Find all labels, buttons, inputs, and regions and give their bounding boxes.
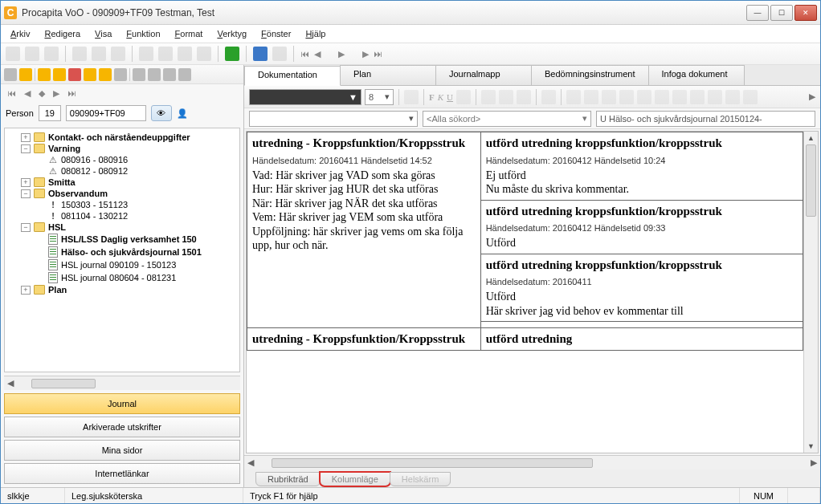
btab-helskarm[interactable]: Helskärm bbox=[390, 472, 451, 486]
filter-sokord-combo[interactable]: <Alla sökord>▾ bbox=[423, 111, 591, 127]
menu-redigera[interactable]: Redigera bbox=[38, 27, 87, 40]
tree-obs-1[interactable]: 081104 - 130212 bbox=[61, 211, 128, 221]
collapse-icon[interactable]: − bbox=[21, 189, 31, 198]
list-icon[interactable] bbox=[541, 90, 556, 104]
nav-prev-icon[interactable]: ◀ bbox=[314, 49, 321, 59]
person-view-button[interactable]: 👁 bbox=[151, 105, 172, 121]
lt-mail-icon[interactable] bbox=[84, 68, 96, 81]
tree-varning[interactable]: Varning bbox=[48, 144, 80, 153]
person-num-input[interactable] bbox=[39, 105, 61, 121]
tab-bedomning[interactable]: Bedömningsinstrument bbox=[531, 65, 649, 85]
fmt-misc3-icon[interactable] bbox=[602, 90, 616, 104]
lt-card3-icon[interactable] bbox=[163, 68, 176, 81]
lnav-diamond-icon[interactable]: ◆ bbox=[39, 88, 45, 99]
expand-icon[interactable]: + bbox=[21, 286, 31, 295]
font-family-combo[interactable]: ▼ bbox=[249, 89, 361, 105]
tool-paste-icon[interactable] bbox=[178, 47, 192, 61]
tree-hsl-3[interactable]: HSL journal 080604 - 081231 bbox=[61, 273, 176, 282]
filter-combo-1[interactable]: ▾ bbox=[249, 111, 418, 127]
collapse-icon[interactable]: − bbox=[21, 223, 31, 232]
lt-a-icon[interactable] bbox=[99, 68, 112, 81]
align-center-icon[interactable] bbox=[499, 90, 513, 104]
fmt-misc8-icon[interactable] bbox=[690, 90, 705, 104]
fmt-misc6-icon[interactable] bbox=[655, 90, 669, 104]
tab-infoga[interactable]: Infoga dokument bbox=[648, 65, 745, 85]
tool-new-icon[interactable] bbox=[6, 47, 20, 61]
lnav-first-icon[interactable]: ⏮ bbox=[7, 88, 16, 98]
filter-journal-combo[interactable]: U Hälso- och sjukvårdsjournal 20150124- bbox=[596, 111, 815, 127]
menu-hjalp[interactable]: Hjälp bbox=[299, 27, 332, 40]
leftbtn-arkiverade[interactable]: Arkiverade utskrifter bbox=[4, 417, 240, 437]
nav-fwd-icon[interactable]: ▶ bbox=[362, 49, 369, 59]
menu-fonster[interactable]: Fönster bbox=[255, 27, 297, 40]
fmt-color-icon[interactable] bbox=[456, 90, 471, 104]
lt-card2-icon[interactable] bbox=[148, 68, 161, 81]
minimize-button[interactable]: — bbox=[746, 5, 769, 21]
lt-undo-icon[interactable] bbox=[53, 68, 66, 81]
tool-info-green-icon[interactable] bbox=[225, 47, 239, 61]
navigation-tree[interactable]: +Kontakt- och närståendeuppgifter −Varni… bbox=[5, 128, 239, 299]
leftbtn-minasidor[interactable]: Mina sidor bbox=[4, 440, 240, 461]
tool-refresh-icon[interactable] bbox=[272, 47, 287, 61]
fmt-misc2-icon[interactable] bbox=[584, 90, 598, 104]
align-right-icon[interactable] bbox=[517, 90, 531, 104]
menu-format[interactable]: Format bbox=[169, 27, 210, 40]
tool-save-icon[interactable] bbox=[44, 47, 59, 61]
tool-undo-icon[interactable] bbox=[197, 47, 211, 61]
fmt-misc5-icon[interactable] bbox=[637, 90, 651, 104]
lt-card4-icon[interactable] bbox=[178, 68, 191, 81]
nav-next-icon[interactable]: ▶ bbox=[338, 49, 345, 59]
tree-observandum[interactable]: Observandum bbox=[48, 189, 108, 198]
person-id-input[interactable] bbox=[66, 105, 146, 121]
lnav-prev-icon[interactable]: ◀ bbox=[24, 88, 31, 99]
tree-varning-0[interactable]: 080916 - 080916 bbox=[61, 155, 128, 165]
menu-verktyg[interactable]: Verktyg bbox=[210, 27, 253, 40]
tree-plan[interactable]: Plan bbox=[48, 285, 67, 295]
tool-print-icon[interactable] bbox=[72, 47, 87, 61]
tool-cut-icon[interactable] bbox=[139, 47, 153, 61]
maximize-button[interactable]: ☐ bbox=[770, 5, 793, 21]
fmt-misc1-icon[interactable] bbox=[566, 90, 581, 104]
leftbtn-journal[interactable]: Journal bbox=[4, 393, 240, 414]
tab-journalmapp[interactable]: Journalmapp bbox=[435, 65, 532, 85]
tree-varning-1[interactable]: 080812 - 080912 bbox=[61, 166, 128, 176]
tab-plan[interactable]: Plan bbox=[340, 65, 436, 85]
menu-visa[interactable]: Visa bbox=[88, 27, 118, 40]
lt-card1-icon[interactable] bbox=[133, 68, 145, 81]
fmt-misc11-icon[interactable] bbox=[743, 90, 758, 104]
lt-doc-icon[interactable] bbox=[4, 68, 17, 81]
menu-arkiv[interactable]: Arkiv bbox=[4, 27, 36, 40]
tree-hscrollbar[interactable]: ◀ bbox=[4, 376, 240, 390]
tool-preview-icon[interactable] bbox=[92, 47, 106, 61]
lt-book-icon[interactable] bbox=[114, 68, 127, 81]
grid-hscrollbar[interactable]: ◀▶ bbox=[244, 455, 820, 469]
collapse-icon[interactable]: − bbox=[21, 144, 31, 153]
fmt-misc7-icon[interactable] bbox=[672, 90, 687, 104]
lt-slider-icon[interactable] bbox=[19, 68, 32, 81]
menu-funktion[interactable]: Funktion bbox=[120, 27, 166, 40]
underline-icon[interactable]: U bbox=[447, 92, 453, 102]
tree-kontakt[interactable]: Kontakt- och närståendeuppgifter bbox=[48, 132, 190, 142]
lt-flag-icon[interactable] bbox=[68, 68, 81, 81]
tool-help-icon[interactable] bbox=[253, 47, 268, 61]
italic-icon[interactable]: K bbox=[438, 92, 443, 102]
bold-icon[interactable]: F bbox=[429, 92, 435, 102]
nav-first-icon[interactable]: ⏮ bbox=[300, 49, 309, 59]
person-silhouette-icon[interactable]: 👤 bbox=[177, 108, 188, 119]
tree-smitta[interactable]: Smitta bbox=[48, 177, 76, 187]
fmt-misc9-icon[interactable] bbox=[708, 90, 722, 104]
tool-copy-icon[interactable] bbox=[158, 47, 173, 61]
tree-hsl[interactable]: HSL bbox=[48, 222, 66, 232]
btab-rubriktrad[interactable]: Rubrikträd bbox=[255, 472, 321, 486]
tree-hsl-0[interactable]: HSL/LSS Daglig verksamhet 150 bbox=[61, 234, 197, 244]
fmt-cloud-icon[interactable] bbox=[404, 90, 419, 104]
grid-vscrollbar[interactable]: ▲▼ bbox=[803, 132, 818, 453]
tool-open-icon[interactable] bbox=[25, 47, 39, 61]
tab-dokumentation[interactable]: Dokumentation bbox=[244, 66, 341, 86]
btab-kolumnlage[interactable]: Kolumnläge bbox=[320, 472, 390, 486]
fmt-play-icon[interactable]: ▶ bbox=[809, 91, 815, 102]
tree-obs-0[interactable]: 150303 - 151123 bbox=[61, 200, 128, 209]
tree-hsl-2[interactable]: HSL journal 090109 - 150123 bbox=[61, 260, 176, 270]
lt-star-icon[interactable] bbox=[38, 68, 51, 81]
close-button[interactable]: ✕ bbox=[794, 5, 817, 21]
